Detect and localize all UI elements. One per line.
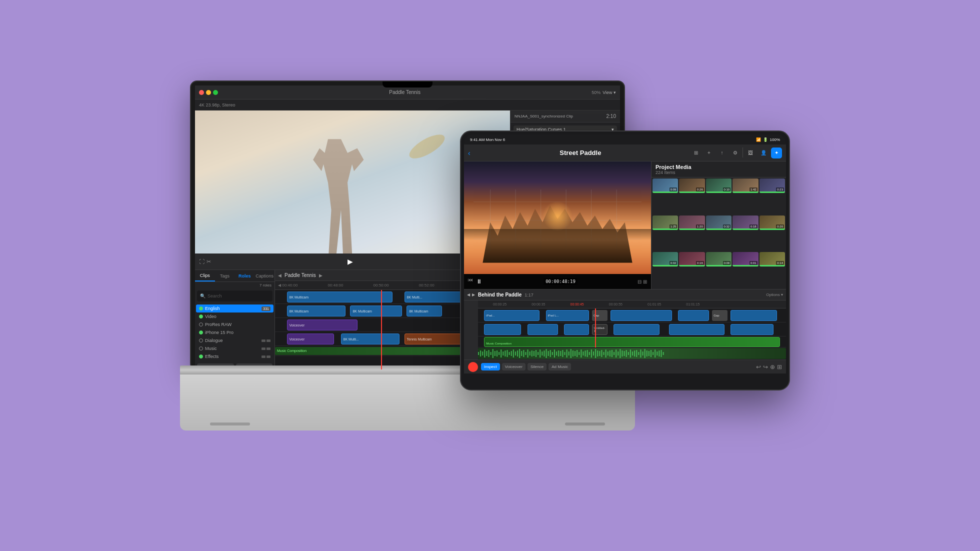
svg-rect-79 xyxy=(622,350,622,356)
tab-captions[interactable]: Captions xyxy=(254,270,274,282)
cut-icon[interactable]: ✂ xyxy=(206,258,211,265)
ipad-clip[interactable] xyxy=(678,310,709,321)
back-button[interactable]: ‹ xyxy=(468,149,470,157)
untitled-clip[interactable]: Untitled-1 xyxy=(592,324,608,335)
media-thumb[interactable]: 0:32 xyxy=(706,216,732,230)
svg-rect-92 xyxy=(648,351,650,356)
sidebar-item-iphone[interactable]: iPhone 15 Pro xyxy=(196,328,274,336)
media-thumb[interactable]: 0:18 xyxy=(732,216,758,230)
search-bar[interactable]: 🔍 Search xyxy=(197,290,272,302)
timeline-clip[interactable]: 8K Multicam xyxy=(287,306,346,316)
media-thumb[interactable]: 1:20 xyxy=(679,216,704,230)
svg-rect-89 xyxy=(642,352,644,356)
zoom-out-icon[interactable]: ⊟ xyxy=(638,279,642,284)
ruler-mark: 00:00:55 xyxy=(609,302,622,306)
add-icon[interactable]: + xyxy=(704,148,714,158)
zoom-icon[interactable]: ⊕ xyxy=(770,364,775,370)
svg-rect-30 xyxy=(521,351,522,356)
ipad-clip[interactable]: iPad... xyxy=(484,310,540,321)
media-icon[interactable]: ⊞ xyxy=(690,148,702,158)
sidebar-item-music[interactable]: Music xyxy=(196,344,274,352)
grid-icon[interactable]: ⊞ xyxy=(777,364,782,370)
ipad-gap-clip[interactable]: Gap xyxy=(712,310,728,321)
timeline-back-btn[interactable]: ◀ xyxy=(467,292,470,297)
media-thumb[interactable]: 0:10 xyxy=(706,178,732,193)
svg-rect-55 xyxy=(572,350,574,356)
undo-icon[interactable]: ↩ xyxy=(756,364,761,370)
close-button[interactable] xyxy=(199,90,204,95)
ipad-clip[interactable] xyxy=(528,324,558,335)
ad-music-button[interactable]: Ad Music xyxy=(548,363,571,370)
svg-rect-15 xyxy=(490,352,492,355)
fullscreen-icon[interactable]: ⛶ xyxy=(199,258,204,264)
sidebar-item-english[interactable]: English 331 xyxy=(196,304,274,312)
timeline-clip[interactable]: 8K Multi... xyxy=(341,334,400,344)
voiceover-button[interactable]: Voiceover xyxy=(502,363,526,370)
player-body xyxy=(306,139,370,254)
redo-icon[interactable]: ↪ xyxy=(763,364,768,370)
timeline-fwd-btn[interactable]: ▶ xyxy=(472,292,475,297)
timeline-clip[interactable]: 8K Multicam xyxy=(350,306,402,316)
ipad-clip[interactable] xyxy=(614,324,660,335)
role-indicator xyxy=(199,338,203,342)
timeline-back-icon[interactable]: ◀ xyxy=(278,273,282,278)
timeline-clip[interactable]: 8K Multicam xyxy=(406,306,442,316)
media-thumb[interactable]: 1:25 xyxy=(652,216,678,230)
options-btn[interactable]: Options ▾ xyxy=(766,292,783,297)
svg-rect-53 xyxy=(568,352,570,356)
media-thumb[interactable]: 0:09 xyxy=(706,252,732,266)
media-thumb[interactable]: 0:01 xyxy=(732,252,758,266)
playback-controls: ⏮ ⏸ xyxy=(468,277,484,286)
sidebar-item-prores[interactable]: ProRes RAW xyxy=(196,320,274,328)
timeline-clip[interactable]: 8K Multicam xyxy=(287,292,393,302)
ipad-gap-clip[interactable]: Gap xyxy=(592,310,608,321)
audio-waveform xyxy=(478,348,786,359)
window-controls xyxy=(199,90,218,95)
ipad-clip[interactable] xyxy=(730,324,774,335)
media-thumb[interactable]: 0:14 xyxy=(760,252,785,266)
sidebar-item-video[interactable]: Video xyxy=(196,312,274,320)
zoom-in-icon[interactable]: ⊞ xyxy=(643,279,647,284)
minimize-button[interactable] xyxy=(206,90,211,95)
settings-icon[interactable]: ⚙ xyxy=(730,148,740,158)
media-thumb[interactable]: 0:09 xyxy=(652,178,678,193)
music-comp-clip[interactable]: Music Composition xyxy=(484,337,780,347)
skip-back-icon[interactable]: ⏮ xyxy=(468,277,473,286)
timeline-clip[interactable]: Voiceover xyxy=(287,320,358,330)
ipad-clip[interactable] xyxy=(564,324,588,335)
media-thumb[interactable]: 0:02 xyxy=(652,252,678,266)
effect-icon[interactable]: ✦ xyxy=(771,148,782,158)
sidebar-item-dialogue[interactable]: Dialogue xyxy=(196,336,274,344)
timeline-clip[interactable]: Voiceover xyxy=(287,334,334,344)
photo-browser-icon[interactable]: 🖼 xyxy=(745,148,756,158)
maximize-button[interactable] xyxy=(213,90,218,95)
tab-tags[interactable]: Tags xyxy=(215,270,235,282)
fcp-mac-toolbar: Paddle Tennis 50% View ▾ xyxy=(195,86,620,100)
inspect-button[interactable]: Inspect xyxy=(481,363,500,370)
svg-rect-91 xyxy=(646,350,648,356)
playhead[interactable] xyxy=(381,290,382,370)
media-thumb[interactable]: 0:16 xyxy=(679,252,704,266)
media-thumb[interactable]: 0:26 xyxy=(679,178,704,193)
ipad-clip[interactable] xyxy=(730,310,776,321)
tab-clips[interactable]: Clips xyxy=(195,270,215,282)
silence-button[interactable]: Silence xyxy=(528,363,546,370)
media-thumb[interactable]: 0:20 xyxy=(760,216,785,230)
person-icon[interactable]: 👤 xyxy=(758,148,769,158)
media-panel-header: Project Media 224 Items xyxy=(652,162,786,178)
tab-roles[interactable]: Roles xyxy=(235,270,255,282)
share-icon[interactable]: ↑ xyxy=(716,148,728,158)
view-menu[interactable]: View ▾ xyxy=(602,90,616,95)
ipad-clip[interactable] xyxy=(610,310,672,321)
play-button[interactable]: ▶ xyxy=(348,258,353,266)
ipad-clip[interactable] xyxy=(669,324,724,335)
ipad-clip[interactable] xyxy=(484,324,521,335)
sidebar-item-effects[interactable]: Effects xyxy=(196,352,274,360)
pause-button[interactable]: ⏸ xyxy=(474,277,484,286)
media-thumb[interactable]: 0:23 xyxy=(760,178,785,193)
ipad-clip[interactable]: iPad L... xyxy=(546,310,589,321)
ipad-playhead[interactable] xyxy=(595,308,596,348)
media-thumb[interactable]: 1:42 xyxy=(732,178,758,193)
record-button[interactable] xyxy=(468,362,478,372)
timeline-forward-icon[interactable]: ▶ xyxy=(319,273,322,278)
